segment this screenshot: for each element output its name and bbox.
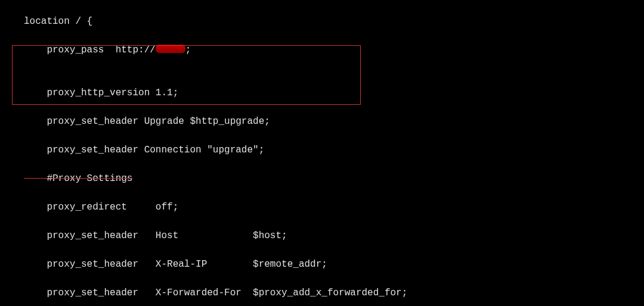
code-line: proxy_http_version 1.1; (24, 86, 644, 100)
redacted-hostname (156, 45, 185, 53)
code-text: ; (185, 45, 191, 55)
code-line: proxy_redirect off; (24, 200, 644, 214)
code-text: proxy_pass http:// (24, 45, 156, 55)
code-line: location / { (24, 14, 644, 29)
code-line: proxy_set_header X-Real-IP $remote_addr; (24, 257, 644, 271)
code-line: proxy_set_header Upgrade $http_upgrade; (24, 114, 644, 129)
code-line: proxy_set_header Host $host; (24, 229, 644, 243)
nginx-config-code: location / { proxy_pass http://; proxy_h… (0, 0, 644, 306)
code-line: proxy_set_header Connection "upgrade"; (24, 143, 644, 157)
code-line: proxy_pass http://; (24, 43, 644, 57)
code-line-comment: #Proxy Settings (24, 171, 644, 186)
code-line: proxy_set_header X-Forwarded-For $proxy_… (24, 286, 644, 300)
